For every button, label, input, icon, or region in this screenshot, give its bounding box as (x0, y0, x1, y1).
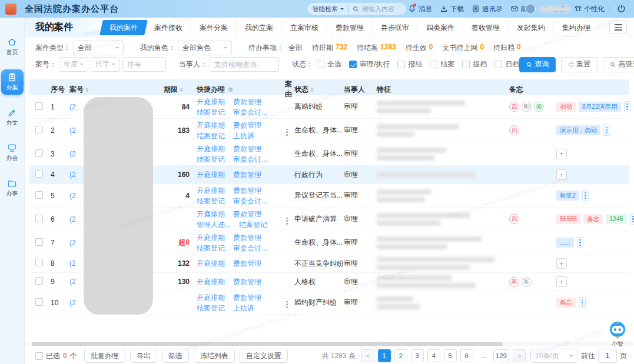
tab-案件接收[interactable]: 案件接收 (146, 20, 191, 35)
status-option-报结[interactable]: 报结 (397, 59, 422, 69)
memo-tag[interactable]: 55555 (556, 214, 580, 224)
sidebar-item-办案[interactable]: 办案 (1, 69, 24, 95)
advanced-query-button[interactable]: 高级查询 (603, 57, 634, 72)
page-button-6[interactable]: 6 (460, 349, 473, 362)
quick-action-link-费款管理[interactable]: 费款管理 (233, 293, 261, 302)
more-actions-button[interactable] (285, 216, 289, 226)
page-button-4[interactable]: 4 (427, 349, 440, 362)
quick-action-link-结案登记[interactable]: 结案登记 (239, 220, 267, 229)
header-action-通讯录[interactable]: 通讯录 (472, 5, 503, 14)
memo-more-button[interactable] (624, 101, 631, 112)
row-checkbox[interactable] (35, 238, 43, 246)
power-button[interactable] (617, 4, 626, 15)
query-button[interactable]: 查询 (519, 57, 556, 72)
quick-action-link-开庭排期[interactable]: 开庭排期 (197, 170, 225, 179)
status-option-全选[interactable]: 全选 (317, 59, 341, 69)
seq-input[interactable] (122, 57, 166, 72)
header-action-个性化[interactable]: 个性化 (574, 5, 605, 14)
quick-action-link-上抗诉[interactable]: 上抗诉 (233, 303, 254, 313)
status-checkbox[interactable] (397, 61, 405, 68)
more-actions-button[interactable] (285, 300, 289, 309)
add-memo-button[interactable]: + (556, 276, 567, 287)
status-option-提档[interactable]: 提档 (462, 59, 487, 69)
memo-more-button[interactable] (582, 190, 589, 201)
row-checkbox[interactable] (35, 102, 43, 110)
footer-button-批量办理[interactable]: 批量办理 (84, 349, 125, 363)
sidebar-item-办事[interactable]: 办事 (1, 175, 24, 201)
memo-more-button[interactable] (630, 213, 634, 225)
page-button-2[interactable]: 2 (394, 349, 407, 362)
status-option-归档[interactable]: 归档 (494, 59, 519, 69)
search-placeholder[interactable]: 请输入内容 (362, 5, 394, 14)
year-select[interactable]: 年度 (59, 57, 88, 72)
gear-icon[interactable] (227, 86, 234, 93)
reset-button[interactable]: 重置 (561, 57, 598, 72)
quick-action-link-费款管理[interactable]: 费款管理 (233, 277, 261, 286)
column-header-状态[interactable]: 状态 (294, 85, 344, 95)
feature-badge-军[interactable]: 军 (522, 277, 532, 287)
todo-item-待排期[interactable]: 待排期732 (312, 43, 347, 53)
add-memo-button[interactable]: + (556, 169, 567, 180)
scrollbar-thumb[interactable] (32, 342, 503, 346)
select-all-checkbox[interactable] (35, 352, 43, 360)
row-checkbox[interactable] (35, 259, 43, 266)
quick-action-link-管理人选...[interactable]: 管理人选... (197, 220, 231, 229)
status-checkbox[interactable] (317, 61, 324, 68)
quick-action-link-审委会讨...[interactable]: 审委会讨... (233, 108, 267, 117)
memo-more-button[interactable] (579, 297, 586, 308)
assistant-robot[interactable]: 小智 (605, 320, 630, 348)
status-checkbox[interactable] (494, 61, 502, 68)
todo-item-文书待上网[interactable]: 文书待上网0 (442, 43, 484, 53)
page-button-129[interactable]: 129 (493, 349, 509, 362)
memo-tag[interactable]: 1245 (606, 214, 626, 224)
code-select[interactable]: 代字 (91, 57, 120, 72)
more-actions-button[interactable] (285, 128, 289, 137)
tab-费款管理[interactable]: 费款管理 (327, 20, 373, 35)
quick-action-link-费款管理[interactable]: 费款管理 (233, 233, 261, 242)
feature-badge-四[interactable]: 四 (509, 125, 519, 135)
avatar[interactable] (525, 4, 536, 14)
tab-签收管理[interactable]: 签收管理 (463, 20, 509, 35)
memo-more-button[interactable] (577, 237, 584, 248)
footer-button-导出[interactable]: 导出 (130, 349, 157, 363)
page-button-5[interactable]: 5 (444, 349, 457, 362)
tab-立案审核[interactable]: 立案审核 (282, 20, 327, 35)
todo-item-待生效[interactable]: 待生效0 (406, 43, 433, 53)
quick-action-link-费款管理[interactable]: 费款管理 (233, 209, 261, 219)
tab-四类案件[interactable]: 四类案件 (418, 20, 463, 35)
quick-action-link-费款管理[interactable]: 费款管理 (233, 121, 261, 130)
more-tabs-button[interactable] (609, 21, 627, 34)
memo-tag[interactable]: ...... (556, 238, 574, 248)
tab-案件分案[interactable]: 案件分案 (191, 20, 237, 35)
row-checkbox[interactable] (35, 149, 43, 157)
search-scope-dropdown[interactable]: 智能检索 (312, 5, 338, 14)
feature-badge-四[interactable]: 四 (509, 102, 519, 112)
quick-action-link-费款管理[interactable]: 费款管理 (233, 170, 261, 179)
quick-action-link-审委会讨...[interactable]: 审委会讨... (233, 155, 267, 164)
sort-icon[interactable] (310, 86, 314, 93)
header-action-下载[interactable]: 下载 (440, 5, 464, 14)
tab-集约办理[interactable]: 集约办理 (554, 20, 599, 35)
todo-item-待结案[interactable]: 待结案1283 (357, 43, 396, 53)
memo-tag[interactable]: 勿动 (556, 102, 576, 112)
case-type-select[interactable]: 全部 (73, 41, 124, 55)
role-select[interactable]: 全部角色 (178, 41, 232, 55)
quick-action-link-开庭排期[interactable]: 开庭排期 (197, 277, 225, 286)
add-memo-button[interactable]: + (556, 258, 567, 269)
sidebar-item-首页[interactable]: 首页 (1, 34, 24, 59)
sort-icon[interactable] (85, 86, 89, 93)
memo-tag[interactable]: 备忘 (556, 298, 576, 308)
next-page-button[interactable]: > (513, 349, 526, 362)
quick-action-link-结案登记[interactable]: 结案登记 (197, 243, 225, 253)
footer-button-冻结列表[interactable]: 冻结列表 (194, 349, 235, 363)
row-checkbox[interactable] (35, 191, 43, 199)
page-size-select[interactable]: 10条/页 (530, 349, 577, 363)
feature-badge-黑[interactable]: 黑 (509, 277, 519, 287)
memo-tag[interactable]: 备忘 (583, 214, 603, 224)
quick-action-link-结案登记[interactable]: 结案登记 (197, 196, 225, 206)
row-checkbox[interactable] (35, 277, 43, 285)
memo-tag[interactable]: 标签2 (556, 191, 579, 201)
sidebar-item-办文[interactable]: 办文 (1, 105, 24, 130)
todo-item-全部[interactable]: 全部 (288, 43, 303, 53)
status-checkbox[interactable] (462, 61, 470, 68)
